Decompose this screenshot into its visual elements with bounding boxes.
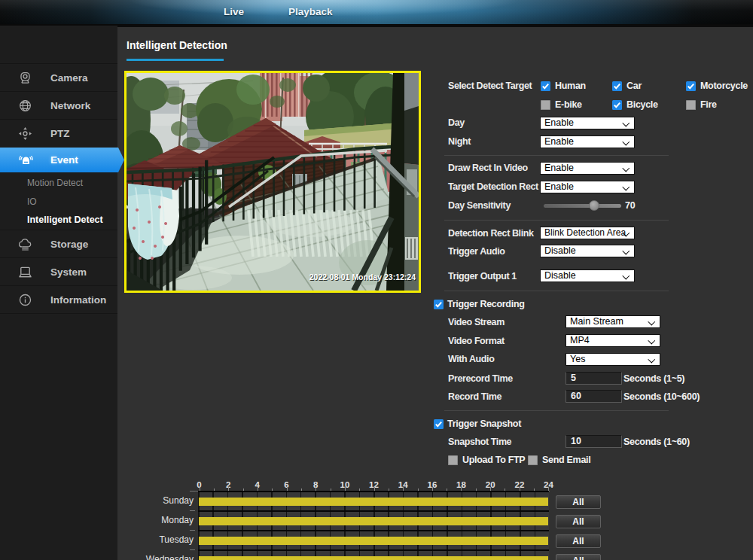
svg-text:2022-08-01 Monday 23:12:24: 2022-08-01 Monday 23:12:24	[309, 272, 416, 282]
